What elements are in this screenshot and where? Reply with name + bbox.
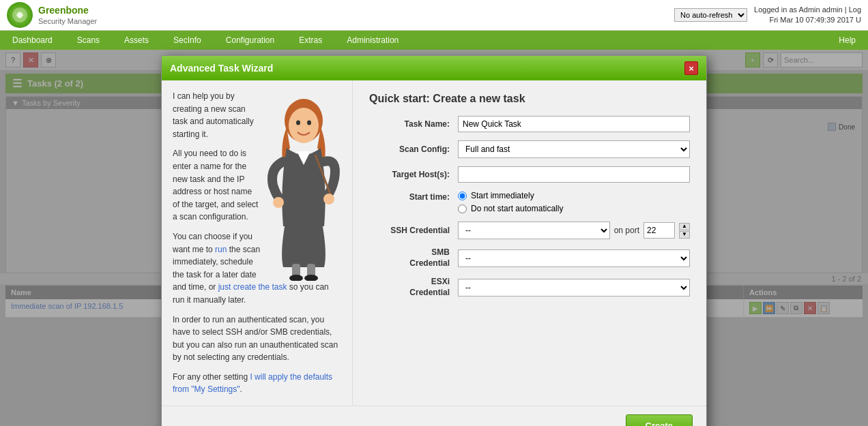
content-area: ? ✕ ⊗ + ⟳ ☰ Tasks (2 of 2) ▼ Tasks by Se… (0, 50, 868, 426)
ssh-select[interactable]: -- (458, 222, 610, 239)
scan-config-label: Scan Config: (369, 144, 458, 154)
svg-point-8 (289, 108, 319, 143)
form-row-esxi: ESXiCredential -- (369, 277, 690, 298)
dialog-footer: Create (162, 406, 706, 426)
left-text-4: In order to run an authenticated scan, y… (173, 314, 341, 364)
nav-item-configuration[interactable]: Configuration (214, 31, 287, 50)
form-row-smb: SMBCredential -- (369, 247, 690, 269)
svg-point-10 (307, 121, 311, 125)
on-port-label: on port (614, 226, 639, 235)
dialog-title-bar: Advanced Task Wizard × (162, 56, 706, 80)
logo-icon (7, 2, 33, 28)
svg-point-17 (304, 275, 318, 281)
nav-item-dashboard[interactable]: Dashboard (0, 31, 65, 50)
svg-point-9 (296, 121, 300, 125)
dialog-left-panel: I can help you by creating a new scan ta… (162, 80, 353, 406)
radio-start-immediately[interactable]: Start immediately (458, 191, 690, 200)
esxi-credential-label: ESXiCredential (369, 277, 458, 298)
dialog-close-button[interactable]: × (684, 61, 698, 75)
svg-point-16 (289, 275, 303, 281)
nav-item-extras[interactable]: Extras (287, 31, 334, 50)
radio-start-immediately-input[interactable] (458, 192, 467, 200)
radio-do-not-start[interactable]: Do not start automatically (458, 204, 690, 213)
scan-config-select[interactable]: Full and fast Full and very deep Empty (458, 140, 690, 158)
refresh-select[interactable]: No auto-refresh 30 seconds (674, 8, 747, 22)
modal-overlay: Advanced Task Wizard × (0, 50, 868, 426)
nav-item-scans[interactable]: Scans (65, 31, 112, 50)
header-right: No auto-refresh 30 seconds Logged in as … (674, 5, 861, 26)
svg-point-13 (323, 194, 334, 204)
ssh-credential-label: SSH Credential (369, 226, 458, 235)
radio-group: Start immediately Do not start automatic… (458, 191, 690, 213)
target-hosts-input[interactable] (458, 166, 690, 183)
dialog: Advanced Task Wizard × (161, 55, 707, 426)
task-name-input[interactable] (458, 116, 690, 132)
esxi-select[interactable]: -- (458, 279, 690, 296)
section-title: Quick start: Create a new task (369, 93, 690, 105)
radio-do-not-start-input[interactable] (458, 204, 467, 213)
form-row-start-time: Start time: Start immediately Do not sta… (369, 191, 690, 213)
port-spinners: ▲ ▼ (679, 223, 690, 239)
port-up-arrow[interactable]: ▲ (679, 223, 690, 230)
dialog-right-panel: Quick start: Create a new task Task Name… (353, 80, 706, 406)
smb-select[interactable]: -- (458, 249, 690, 267)
nav-item-administration[interactable]: Administration (334, 31, 411, 50)
task-name-label: Task Name: (369, 119, 458, 129)
nav-item-help[interactable]: Help (826, 31, 868, 50)
logo-svg (11, 6, 29, 24)
port-input[interactable] (643, 222, 675, 239)
nav-bar: Dashboard Scans Assets SecInfo Configura… (0, 31, 868, 50)
svg-point-12 (273, 197, 284, 208)
nav-item-secinfo[interactable]: SecInfo (161, 31, 214, 50)
user-info: Logged in as Admin admin | Log Fri Mar 1… (754, 5, 861, 26)
nav-item-assets[interactable]: Assets (112, 31, 161, 50)
left-text-5: For any other setting I will apply the d… (173, 371, 341, 396)
target-hosts-label: Target Host(s): (369, 170, 458, 179)
form-row-scan-config: Scan Config: Full and fast Full and very… (369, 140, 690, 158)
header: Greenbone Security Manager No auto-refre… (0, 0, 868, 31)
logo: Greenbone Security Manager (7, 2, 97, 28)
smb-credential-label: SMBCredential (369, 247, 458, 269)
ssh-row: -- on port ▲ ▼ (458, 222, 690, 239)
dialog-body: I can help you by creating a new scan ta… (162, 80, 706, 406)
logo-text: Greenbone Security Manager (38, 4, 97, 26)
form-row-target-hosts: Target Host(s): (369, 166, 690, 183)
form-row-ssh: SSH Credential -- on port ▲ ▼ (369, 222, 690, 239)
dialog-title-text: Advanced Task Wizard (170, 63, 273, 74)
create-button[interactable]: Create (626, 414, 693, 426)
wizard-character (266, 90, 341, 274)
form-row-task-name: Task Name: (369, 116, 690, 132)
wizard-svg (266, 90, 341, 281)
port-down-arrow[interactable]: ▼ (679, 231, 690, 239)
start-time-label: Start time: (369, 191, 458, 202)
